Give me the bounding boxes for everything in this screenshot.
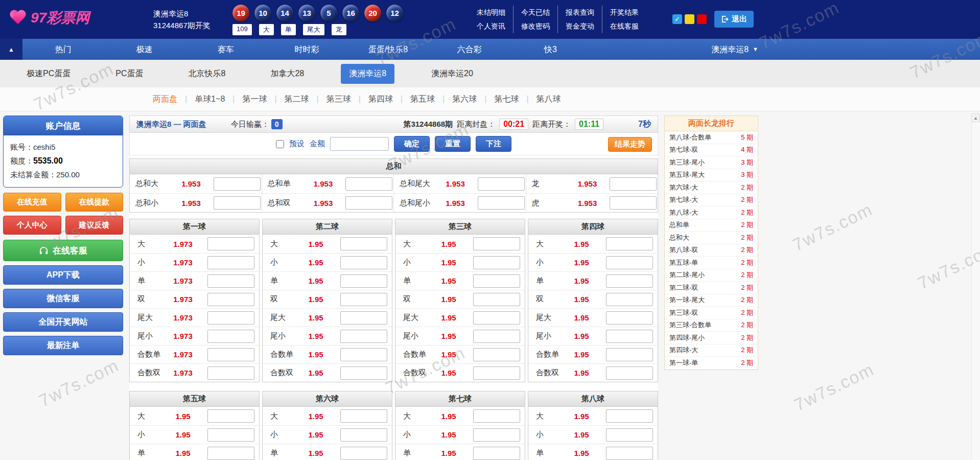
bet-amount-input[interactable] — [606, 348, 653, 361]
header-link[interactable]: 资金变动 — [566, 19, 602, 33]
tab-item[interactable]: 第一球 — [235, 94, 274, 105]
tab-item[interactable]: 第三球 — [319, 94, 359, 105]
bet-amount-input[interactable] — [478, 177, 525, 191]
bet-amount-input[interactable] — [340, 293, 387, 306]
bet-amount-input[interactable] — [340, 256, 387, 269]
sidebar-button[interactable]: APP下载 — [3, 265, 123, 285]
online-service-button[interactable]: 在线客服 — [3, 240, 123, 261]
sidebar-button[interactable]: 在线提款 — [65, 193, 124, 212]
bet-button[interactable]: 下注 — [476, 136, 511, 152]
bet-amount-input[interactable] — [207, 409, 254, 423]
bet-amount-input[interactable] — [606, 409, 653, 423]
bet-amount-input[interactable] — [340, 237, 387, 250]
header-link[interactable]: 个人资讯 — [477, 19, 514, 33]
subnav-item[interactable]: 加拿大28 — [262, 64, 312, 84]
bet-amount-input[interactable] — [473, 330, 520, 343]
bet-amount-input[interactable] — [207, 366, 254, 380]
tab-item[interactable]: 单球1~8 — [187, 94, 232, 105]
bet-amount-input[interactable] — [207, 428, 254, 442]
bet-amount-input[interactable] — [207, 293, 254, 306]
bet-amount-input[interactable] — [473, 293, 520, 306]
header-link[interactable]: 在线客服 — [610, 19, 639, 33]
tab-item[interactable]: 第六球 — [445, 94, 484, 105]
subnav-item[interactable]: 北京快乐8 — [180, 64, 234, 84]
preset-checkbox[interactable] — [276, 140, 284, 148]
bet-amount-input[interactable] — [340, 447, 387, 460]
bet-amount-input[interactable] — [473, 447, 520, 460]
bet-amount-input[interactable] — [473, 428, 520, 442]
bet-amount-input[interactable] — [340, 366, 387, 380]
header-link[interactable]: 未结明细 — [477, 6, 514, 19]
nav-item[interactable]: 快3 — [510, 39, 591, 60]
bet-amount-input[interactable] — [606, 428, 653, 442]
header-link[interactable]: 报表查询 — [566, 6, 602, 19]
bet-amount-input[interactable] — [610, 196, 657, 210]
sidebar-button[interactable]: 建议反馈 — [65, 216, 124, 235]
current-lottery-selector[interactable]: 澳洲幸运8 ▼ — [711, 39, 758, 60]
nav-item[interactable]: 赛车 — [185, 39, 266, 60]
bet-amount-input[interactable] — [207, 348, 254, 361]
bet-amount-input[interactable] — [207, 237, 254, 250]
bet-amount-input[interactable] — [207, 330, 254, 343]
tab-item[interactable]: 第四球 — [361, 94, 401, 105]
bet-amount-input[interactable] — [473, 348, 520, 361]
bet-amount-input[interactable] — [610, 177, 657, 191]
bet-amount-input[interactable] — [340, 330, 387, 343]
subnav-item[interactable]: 极速PC蛋蛋 — [18, 64, 79, 84]
bet-amount-input[interactable] — [214, 177, 261, 191]
theme-square-red[interactable] — [697, 14, 707, 24]
bet-amount-input[interactable] — [340, 428, 387, 442]
subnav-item[interactable]: 澳洲幸运8 — [341, 64, 394, 84]
bet-amount-input[interactable] — [606, 366, 653, 380]
bet-amount-input[interactable] — [478, 196, 525, 210]
bet-amount-input[interactable] — [345, 177, 392, 191]
bet-amount-input[interactable] — [606, 330, 653, 343]
bet-amount-input[interactable] — [606, 256, 653, 269]
subnav-item[interactable]: 澳洲幸运20 — [423, 64, 481, 84]
scrollbar[interactable] — [971, 123, 980, 460]
reset-button[interactable]: 重置 — [435, 136, 471, 152]
bet-amount-input[interactable] — [207, 311, 254, 325]
tab-item[interactable]: 两面盘 — [145, 94, 185, 105]
bet-amount-input[interactable] — [340, 274, 387, 288]
header-link[interactable]: 开奖结果 — [610, 6, 639, 19]
theme-square-yellow[interactable] — [685, 14, 694, 24]
bet-amount-input[interactable] — [340, 311, 387, 325]
bet-amount-input[interactable] — [606, 311, 653, 325]
bet-amount-input[interactable] — [606, 274, 653, 288]
tab-item[interactable]: 第八球 — [529, 94, 569, 105]
sidebar-button[interactable]: 最新注单 — [3, 336, 123, 355]
nav-item[interactable]: 极速 — [104, 39, 185, 60]
nav-item[interactable]: 六合彩 — [429, 39, 510, 60]
bet-amount-input[interactable] — [606, 237, 653, 250]
sidebar-button[interactable]: 个人中心 — [3, 216, 61, 235]
scrollbar-up-arrow[interactable]: ▲ — [971, 113, 980, 122]
bet-amount-input[interactable] — [214, 196, 261, 210]
bet-amount-input[interactable] — [473, 366, 520, 380]
bet-amount-input[interactable] — [473, 237, 520, 250]
subnav-item[interactable]: PC蛋蛋 — [107, 64, 151, 84]
nav-collapse-button[interactable]: ▲ — [0, 39, 22, 60]
site-logo[interactable]: 97彩票网 — [9, 8, 89, 28]
confirm-button[interactable]: 确定 — [394, 136, 430, 152]
bet-amount-input[interactable] — [345, 196, 392, 210]
bet-amount-input[interactable] — [473, 256, 520, 269]
tab-item[interactable]: 第五球 — [403, 94, 442, 105]
header-link[interactable]: 修改密码 — [521, 19, 558, 33]
bet-amount-input[interactable] — [606, 293, 653, 306]
bet-amount-input[interactable] — [207, 447, 254, 460]
nav-item[interactable]: 蛋蛋/快乐8 — [347, 39, 429, 60]
result-trend-button[interactable]: 结果走势 — [608, 137, 652, 152]
amount-input[interactable] — [330, 137, 389, 151]
theme-square-blue[interactable]: ✓ — [672, 14, 682, 24]
bet-amount-input[interactable] — [473, 409, 520, 423]
sidebar-button[interactable]: 微信客服 — [3, 289, 123, 308]
nav-item[interactable]: 热门 — [22, 39, 104, 60]
bet-amount-input[interactable] — [606, 447, 653, 460]
tab-item[interactable]: 第七球 — [486, 94, 526, 105]
bet-amount-input[interactable] — [207, 256, 254, 269]
sidebar-button[interactable]: 全国开奖网站 — [3, 312, 123, 332]
nav-item[interactable]: 时时彩 — [266, 39, 347, 60]
bet-amount-input[interactable] — [473, 274, 520, 288]
sidebar-button[interactable]: 在线充值 — [3, 193, 61, 212]
